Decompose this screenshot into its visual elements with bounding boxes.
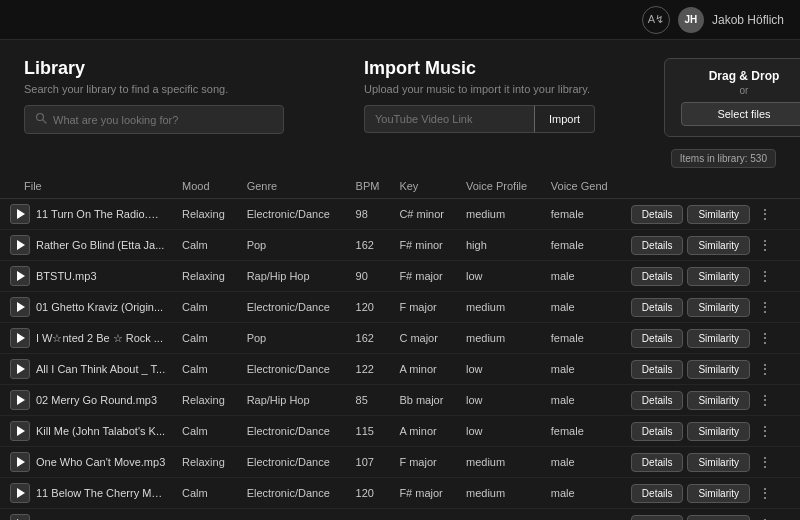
actions-cell-7: Details Similarity ⋮ bbox=[631, 421, 792, 441]
more-button-1[interactable]: ⋮ bbox=[754, 235, 776, 255]
cell-voice-gender-10: male bbox=[543, 509, 623, 521]
col-header-voice-gender: Voice Gend bbox=[543, 174, 623, 199]
filename-0: 11 Turn On The Radio.mp3 bbox=[36, 208, 166, 220]
cell-voice-profile-1: high bbox=[458, 230, 543, 261]
select-files-button[interactable]: Select files bbox=[681, 102, 800, 126]
cell-genre-2: Rap/Hip Hop bbox=[239, 261, 348, 292]
details-button-0[interactable]: Details bbox=[631, 205, 684, 224]
import-subtitle: Upload your music to import it into your… bbox=[364, 83, 624, 95]
filename-2: BTSTU.mp3 bbox=[36, 270, 97, 282]
more-button-6[interactable]: ⋮ bbox=[754, 390, 776, 410]
cell-bpm-0: 98 bbox=[348, 199, 392, 230]
cell-mood-8: Relaxing bbox=[174, 447, 239, 478]
cell-actions-4: Details Similarity ⋮ bbox=[623, 323, 800, 354]
details-button-6[interactable]: Details bbox=[631, 391, 684, 410]
filename-5: All I Can Think About _ T... bbox=[36, 363, 165, 375]
youtube-input-row: Import bbox=[364, 105, 624, 133]
cell-bpm-8: 107 bbox=[348, 447, 392, 478]
cell-file: One Who Can't Move.mp3 bbox=[0, 447, 174, 477]
details-button-7[interactable]: Details bbox=[631, 422, 684, 441]
play-button-7[interactable] bbox=[10, 421, 30, 441]
similarity-button-5[interactable]: Similarity bbox=[687, 360, 750, 379]
table-row: Kill Me (John Talabot's K... Calm Electr… bbox=[0, 416, 800, 447]
import-button[interactable]: Import bbox=[534, 105, 595, 133]
more-button-4[interactable]: ⋮ bbox=[754, 328, 776, 348]
similarity-button-2[interactable]: Similarity bbox=[687, 267, 750, 286]
cell-bpm-3: 120 bbox=[348, 292, 392, 323]
similarity-button-7[interactable]: Similarity bbox=[687, 422, 750, 441]
play-icon-9 bbox=[17, 488, 25, 498]
similarity-button-10[interactable]: Similarity bbox=[687, 515, 750, 521]
play-button-1[interactable] bbox=[10, 235, 30, 255]
cell-file: 02 Merry Go Round.mp3 bbox=[0, 385, 174, 415]
play-button-9[interactable] bbox=[10, 483, 30, 503]
similarity-button-8[interactable]: Similarity bbox=[687, 453, 750, 472]
cell-voice-profile-7: low bbox=[458, 416, 543, 447]
table-row: Rather Go Blind (Etta Ja... Calm Pop 162… bbox=[0, 230, 800, 261]
more-button-2[interactable]: ⋮ bbox=[754, 266, 776, 286]
actions-cell-0: Details Similarity ⋮ bbox=[631, 204, 792, 224]
top-section: Library Search your library to find a sp… bbox=[0, 40, 800, 149]
similarity-button-1[interactable]: Similarity bbox=[687, 236, 750, 255]
more-button-10[interactable]: ⋮ bbox=[754, 514, 776, 520]
filename-3: 01 Ghetto Kraviz (Origin... bbox=[36, 301, 163, 313]
details-button-3[interactable]: Details bbox=[631, 298, 684, 317]
details-button-8[interactable]: Details bbox=[631, 453, 684, 472]
cell-voice-gender-9: male bbox=[543, 478, 623, 509]
details-button-9[interactable]: Details bbox=[631, 484, 684, 503]
play-button-3[interactable] bbox=[10, 297, 30, 317]
youtube-input[interactable] bbox=[364, 105, 534, 133]
play-button-2[interactable] bbox=[10, 266, 30, 286]
similarity-button-9[interactable]: Similarity bbox=[687, 484, 750, 503]
play-button-6[interactable] bbox=[10, 390, 30, 410]
similarity-button-0[interactable]: Similarity bbox=[687, 205, 750, 224]
cell-key-9: F# major bbox=[391, 478, 458, 509]
more-button-5[interactable]: ⋮ bbox=[754, 359, 776, 379]
cell-genre-0: Electronic/Dance bbox=[239, 199, 348, 230]
similarity-button-6[interactable]: Similarity bbox=[687, 391, 750, 410]
more-button-3[interactable]: ⋮ bbox=[754, 297, 776, 317]
similarity-button-3[interactable]: Similarity bbox=[687, 298, 750, 317]
cell-voice-gender-0: female bbox=[543, 199, 623, 230]
col-header-file: File bbox=[0, 174, 174, 199]
cell-genre-5: Electronic/Dance bbox=[239, 354, 348, 385]
play-button-4[interactable] bbox=[10, 328, 30, 348]
cell-key-7: A minor bbox=[391, 416, 458, 447]
cell-voice-gender-6: male bbox=[543, 385, 623, 416]
details-button-5[interactable]: Details bbox=[631, 360, 684, 379]
cell-bpm-7: 115 bbox=[348, 416, 392, 447]
drag-drop-box: Drag & Drop or Select files bbox=[664, 58, 800, 137]
cell-bpm-9: 120 bbox=[348, 478, 392, 509]
cell-key-2: F# major bbox=[391, 261, 458, 292]
actions-cell-3: Details Similarity ⋮ bbox=[631, 297, 792, 317]
cell-voice-profile-2: low bbox=[458, 261, 543, 292]
play-button-8[interactable] bbox=[10, 452, 30, 472]
cell-key-10: C major bbox=[391, 509, 458, 521]
cell-file: Kill Me (John Talabot's K... bbox=[0, 416, 174, 446]
cell-genre-7: Electronic/Dance bbox=[239, 416, 348, 447]
import-title: Import Music bbox=[364, 58, 624, 79]
topbar: A↯ JH Jakob Höflich bbox=[0, 0, 800, 40]
more-button-7[interactable]: ⋮ bbox=[754, 421, 776, 441]
more-button-0[interactable]: ⋮ bbox=[754, 204, 776, 224]
library-subtitle: Search your library to find a specific s… bbox=[24, 83, 324, 95]
details-button-1[interactable]: Details bbox=[631, 236, 684, 255]
play-button-0[interactable] bbox=[10, 204, 30, 224]
filename-8: One Who Can't Move.mp3 bbox=[36, 456, 165, 468]
more-button-8[interactable]: ⋮ bbox=[754, 452, 776, 472]
details-button-10[interactable]: Details bbox=[631, 515, 684, 521]
play-button-5[interactable] bbox=[10, 359, 30, 379]
cell-voice-profile-5: low bbox=[458, 354, 543, 385]
details-button-4[interactable]: Details bbox=[631, 329, 684, 348]
table-container[interactable]: File Mood Genre BPM Key Voice Profile Vo… bbox=[0, 174, 800, 520]
table-row: 11 Turn On The Radio.mp3 Relaxing Electr… bbox=[0, 199, 800, 230]
username-label: Jakob Höflich bbox=[712, 13, 784, 27]
search-box bbox=[24, 105, 284, 134]
cell-mood-3: Calm bbox=[174, 292, 239, 323]
search-input[interactable] bbox=[53, 114, 273, 126]
details-button-2[interactable]: Details bbox=[631, 267, 684, 286]
cell-voice-profile-10: medium bbox=[458, 509, 543, 521]
play-button-10[interactable] bbox=[10, 514, 30, 520]
more-button-9[interactable]: ⋮ bbox=[754, 483, 776, 503]
similarity-button-4[interactable]: Similarity bbox=[687, 329, 750, 348]
